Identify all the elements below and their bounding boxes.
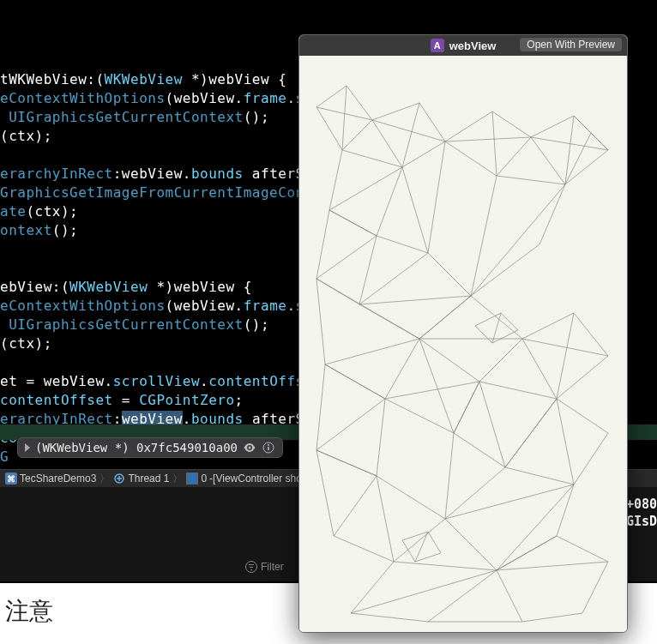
- code-token: (ctx);: [26, 203, 78, 220]
- project-icon: ⌘: [5, 472, 17, 485]
- code-token: *)webView {: [148, 279, 252, 295]
- svg-point-0: [249, 447, 251, 449]
- code-token: .: [286, 90, 295, 106]
- code-token: ontext: [0, 222, 52, 238]
- code-token: G: [0, 448, 9, 465]
- filter-placeholder: Filter: [261, 561, 284, 573]
- jump-frame-num: 0: [201, 472, 207, 485]
- code-token: ();: [244, 109, 269, 125]
- quicklook-eye-icon[interactable]: [243, 441, 256, 454]
- code-token: .: [200, 373, 208, 389]
- code-token: afterS: [244, 166, 304, 182]
- code-token: contentOffs: [208, 373, 304, 389]
- code-token: GraphicsGetImageFromCurrentImageCon: [0, 184, 304, 201]
- variables-filter[interactable]: Filter: [245, 561, 284, 573]
- code-token: contentOffset: [0, 392, 113, 408]
- preview-titlebar: A webView Open With Preview: [299, 35, 627, 56]
- code-token: (webView.: [166, 298, 244, 314]
- code-token: ();: [244, 316, 269, 333]
- code-token: (ctx);: [0, 335, 52, 352]
- code-token: erarchyInRect: [0, 166, 113, 182]
- preview-content: [299, 56, 627, 632]
- svg-point-3: [268, 444, 269, 446]
- svg-rect-2: [268, 447, 269, 450]
- code-token: =: [113, 392, 139, 408]
- thread-icon: [113, 472, 125, 485]
- chevron-right-icon: 〉: [99, 472, 110, 486]
- info-icon[interactable]: [262, 441, 275, 454]
- jump-thread[interactable]: Thread 1: [112, 472, 171, 485]
- jump-project[interactable]: ⌘ TecShareDemo3: [3, 472, 98, 485]
- code-token: ();: [52, 222, 78, 238]
- code-token: eContextWithOptions: [0, 90, 166, 106]
- code-token: tWKWebView:(: [0, 71, 105, 87]
- open-with-preview-button[interactable]: Open With Preview: [520, 38, 622, 51]
- console-output: +080 GIsD: [626, 496, 657, 530]
- tooltip-text: (WKWebView *) 0x7fc549010a00: [35, 441, 238, 454]
- chevron-right-icon: 〉: [172, 472, 183, 486]
- code-token: (webView.: [166, 90, 244, 106]
- code-token: scrollView: [113, 373, 200, 389]
- code-token: frame: [244, 298, 287, 314]
- jump-frame[interactable]: 👤 0 -[ViewController shotTo: [184, 472, 317, 485]
- preview-title: webView: [449, 39, 497, 52]
- code-token: ;: [235, 392, 244, 408]
- code-token: .: [286, 298, 295, 314]
- code-token: WKWebView: [69, 279, 148, 295]
- code-token: UIGraphicsGetCurrentContext: [0, 316, 244, 333]
- code-token: UIGraphicsGetCurrentContext: [0, 109, 244, 125]
- code-token: *)webView {: [183, 71, 287, 87]
- person-icon: 👤: [186, 472, 198, 485]
- code-token: bounds: [191, 166, 244, 182]
- quicklook-preview-panel[interactable]: A webView Open With Preview: [298, 34, 628, 633]
- code-token: ate: [0, 203, 26, 220]
- code-token: :webView.: [113, 166, 191, 182]
- debug-value-tooltip[interactable]: (WKWebView *) 0x7fc549010a00: [17, 437, 283, 458]
- filter-icon: [245, 561, 257, 573]
- jump-thread-label: Thread 1: [128, 472, 169, 485]
- code-token: eContextWithOptions: [0, 298, 166, 314]
- code-token: frame: [244, 90, 287, 106]
- code-token: CGPointZero: [139, 392, 234, 408]
- code-token: WKWebView: [105, 71, 183, 87]
- preview-type-badge-icon: A: [431, 39, 444, 52]
- code-token: et = webView.: [0, 373, 113, 389]
- code-token: (ctx);: [0, 128, 52, 144]
- code-token: ebView:(: [0, 279, 69, 295]
- jump-project-label: TecShareDemo3: [20, 472, 96, 485]
- disclosure-triangle-icon[interactable]: [25, 443, 30, 452]
